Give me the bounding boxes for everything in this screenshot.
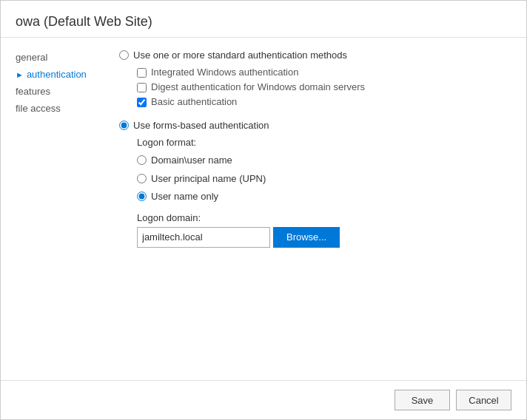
user-name-only-radio[interactable] bbox=[137, 192, 147, 201]
digest-auth-checkbox[interactable] bbox=[137, 83, 147, 92]
sidebar-item-label: authentication bbox=[27, 69, 87, 80]
integrated-windows-option[interactable]: Integrated Windows authentication bbox=[137, 67, 511, 78]
sidebar-item-label: file access bbox=[16, 103, 61, 114]
title-bar: owa (Default Web Site) bbox=[1, 1, 526, 38]
logon-format-options: Domain\user name User principal name (UP… bbox=[137, 154, 511, 203]
upn-radio[interactable] bbox=[137, 174, 147, 183]
standard-auth-group: Use one or more standard authentication … bbox=[119, 49, 511, 107]
upn-option[interactable]: User principal name (UPN) bbox=[137, 172, 511, 186]
sidebar-item-file-access[interactable]: file access bbox=[16, 100, 104, 117]
main-content: Use one or more standard authentication … bbox=[104, 38, 526, 380]
footer: Save Cancel bbox=[1, 380, 526, 419]
domain-user-radio[interactable] bbox=[137, 155, 147, 165]
user-name-only-option[interactable]: User name only bbox=[137, 190, 511, 203]
domain-user-option[interactable]: Domain\user name bbox=[137, 154, 511, 167]
user-name-only-label: User name only bbox=[151, 190, 218, 203]
sidebar-item-general[interactable]: general bbox=[16, 49, 104, 66]
arrow-icon: ► bbox=[16, 70, 24, 79]
sidebar-item-label: general bbox=[16, 52, 47, 63]
digest-auth-label: Digest authentication for Windows domain… bbox=[151, 81, 365, 92]
sidebar-item-features[interactable]: features bbox=[16, 83, 104, 100]
sidebar-item-label: features bbox=[16, 86, 50, 97]
upn-label: User principal name (UPN) bbox=[151, 172, 266, 186]
browse-button[interactable]: Browse... bbox=[273, 227, 340, 248]
standard-auth-option[interactable]: Use one or more standard authentication … bbox=[119, 49, 511, 62]
window-title: owa (Default Web Site) bbox=[16, 14, 511, 30]
domain-input-row: Browse... bbox=[137, 227, 511, 248]
domain-user-label: Domain\user name bbox=[151, 154, 232, 167]
digest-auth-option[interactable]: Digest authentication for Windows domain… bbox=[137, 81, 511, 92]
content-area: general ► authentication features file a… bbox=[1, 38, 526, 380]
logon-domain-label: Logon domain: bbox=[137, 212, 511, 223]
basic-auth-label: Basic authentication bbox=[151, 96, 237, 107]
logon-domain-section: Logon domain: Browse... bbox=[137, 212, 511, 248]
integrated-windows-checkbox[interactable] bbox=[137, 68, 147, 78]
forms-auth-radio[interactable] bbox=[119, 121, 129, 130]
domain-input[interactable] bbox=[137, 227, 270, 248]
forms-auth-label: Use forms-based authentication bbox=[133, 119, 269, 132]
cancel-button[interactable]: Cancel bbox=[456, 390, 511, 410]
basic-auth-checkbox[interactable] bbox=[137, 98, 147, 107]
logon-format-label: Logon format: bbox=[137, 137, 511, 148]
forms-auth-option[interactable]: Use forms-based authentication bbox=[119, 119, 511, 132]
sidebar-item-authentication[interactable]: ► authentication bbox=[16, 66, 104, 83]
sidebar: general ► authentication features file a… bbox=[1, 38, 104, 380]
forms-auth-group: Use forms-based authentication Logon for… bbox=[119, 119, 511, 248]
main-window: owa (Default Web Site) general ► authent… bbox=[0, 0, 527, 420]
save-button[interactable]: Save bbox=[395, 390, 450, 410]
basic-auth-option[interactable]: Basic authentication bbox=[137, 96, 511, 107]
integrated-windows-label: Integrated Windows authentication bbox=[151, 67, 298, 78]
standard-auth-radio[interactable] bbox=[119, 50, 129, 60]
standard-auth-label: Use one or more standard authentication … bbox=[133, 49, 347, 62]
